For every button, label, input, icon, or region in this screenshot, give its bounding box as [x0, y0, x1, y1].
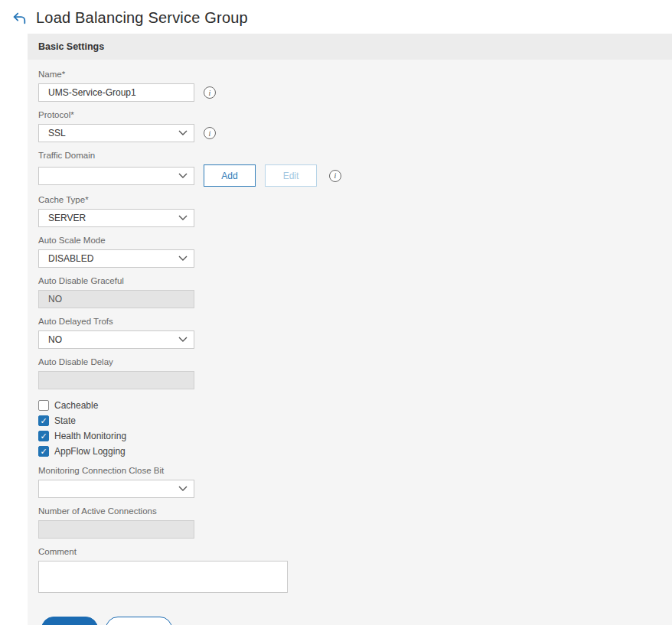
checkbox-health-monitoring[interactable]: ✓ Health Monitoring: [38, 431, 661, 441]
checkbox-state[interactable]: ✓ State: [38, 415, 661, 426]
chevron-down-icon: [178, 130, 188, 136]
cache-type-select-value: SERVER: [48, 213, 86, 223]
field-number-of-active-connections: Number of Active Connections: [38, 506, 661, 539]
checkbox-icon: ✓: [38, 415, 49, 426]
page-header: Load Balancing Service Group: [0, 0, 672, 34]
field-auto-delayed-trofs: Auto Delayed Trofs NO: [38, 317, 661, 349]
cache-type-label: Cache Type*: [38, 195, 661, 204]
checkbox-appflow-logging[interactable]: ✓ AppFlow Logging: [38, 446, 661, 457]
cache-type-select[interactable]: SERVER: [38, 209, 194, 227]
field-cache-type: Cache Type* SERVER: [38, 195, 661, 227]
chevron-down-icon: [178, 337, 188, 343]
auto-scale-mode-label: Auto Scale Mode: [38, 236, 661, 245]
protocol-select[interactable]: SSL: [38, 124, 194, 142]
chevron-down-icon: [178, 215, 188, 221]
auto-disable-delay-label: Auto Disable Delay: [38, 357, 661, 366]
auto-delayed-trofs-select-value: NO: [48, 334, 62, 345]
basic-settings-panel: Basic Settings Name* i Protocol* SSL i: [28, 34, 672, 625]
comment-textarea[interactable]: [38, 561, 288, 593]
edit-button: Edit: [265, 164, 317, 187]
check-icon: ✓: [40, 432, 47, 441]
field-auto-disable-delay: Auto Disable Delay: [38, 357, 661, 389]
auto-scale-mode-select-value: DISABLED: [48, 253, 93, 264]
info-icon[interactable]: i: [204, 127, 216, 139]
checkbox-icon: ✓: [38, 446, 49, 457]
auto-disable-graceful-input: NO: [38, 290, 194, 308]
auto-delayed-trofs-select[interactable]: NO: [38, 330, 194, 349]
checkbox-appflow-logging-label: AppFlow Logging: [54, 446, 126, 457]
field-protocol: Protocol* SSL i: [38, 110, 661, 142]
check-icon: ✓: [40, 417, 47, 425]
ok-button[interactable]: OK: [41, 617, 98, 625]
checkbox-cacheable[interactable]: ✓ Cacheable: [38, 400, 661, 411]
traffic-domain-label: Traffic Domain: [38, 151, 661, 160]
field-comment: Comment: [38, 547, 661, 593]
add-button[interactable]: Add: [204, 164, 256, 187]
page-title: Load Balancing Service Group: [36, 9, 248, 27]
traffic-domain-select[interactable]: [38, 167, 194, 185]
checkbox-group: ✓ Cacheable ✓ State ✓ Health Monitoring …: [38, 400, 661, 457]
auto-disable-delay-input: [38, 371, 194, 389]
info-icon[interactable]: i: [329, 170, 341, 182]
check-icon: ✓: [40, 448, 47, 456]
footer: OK Cancel: [38, 601, 661, 625]
panel-header: Basic Settings: [28, 34, 672, 60]
protocol-label: Protocol*: [38, 110, 661, 119]
checkbox-health-monitoring-label: Health Monitoring: [54, 431, 126, 441]
comment-label: Comment: [38, 547, 661, 556]
panel-body: Name* i Protocol* SSL i Traffic Domain: [28, 60, 672, 625]
name-label: Name*: [38, 70, 661, 79]
number-of-active-connections-input: [38, 520, 194, 539]
chevron-down-icon: [178, 256, 188, 262]
monitoring-connection-close-bit-select[interactable]: [38, 480, 194, 498]
field-name: Name* i: [38, 70, 661, 102]
field-traffic-domain: Traffic Domain Add Edit i: [38, 151, 661, 187]
cancel-button[interactable]: Cancel: [106, 617, 172, 625]
field-auto-scale-mode: Auto Scale Mode DISABLED: [38, 236, 661, 268]
protocol-select-value: SSL: [48, 128, 66, 138]
checkbox-cacheable-label: Cacheable: [54, 400, 98, 411]
back-arrow-icon[interactable]: [10, 8, 28, 27]
checkbox-icon: ✓: [38, 400, 49, 411]
auto-delayed-trofs-label: Auto Delayed Trofs: [38, 317, 661, 326]
auto-scale-mode-select[interactable]: DISABLED: [38, 249, 194, 268]
field-monitoring-connection-close-bit: Monitoring Connection Close Bit: [38, 466, 661, 498]
name-input[interactable]: [38, 83, 194, 102]
panel-title: Basic Settings: [38, 41, 104, 52]
auto-disable-graceful-label: Auto Disable Graceful: [38, 276, 661, 285]
chevron-down-icon: [178, 486, 188, 492]
checkbox-icon: ✓: [38, 431, 49, 441]
field-auto-disable-graceful: Auto Disable Graceful NO: [38, 276, 661, 308]
number-of-active-connections-label: Number of Active Connections: [38, 506, 661, 516]
info-icon[interactable]: i: [204, 86, 216, 99]
monitoring-connection-close-bit-label: Monitoring Connection Close Bit: [38, 466, 661, 475]
checkbox-state-label: State: [54, 415, 76, 426]
chevron-down-icon: [178, 173, 188, 179]
